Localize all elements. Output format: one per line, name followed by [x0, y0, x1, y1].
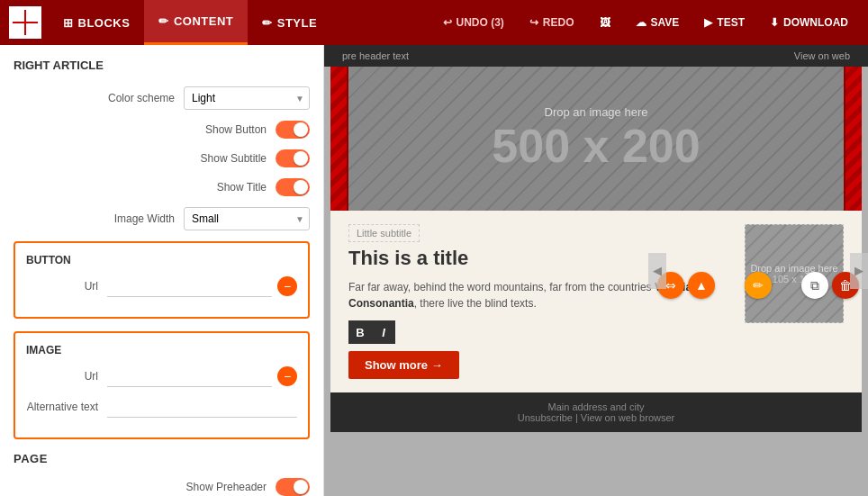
show-preheader-label: Show Preheader — [185, 481, 267, 493]
italic-button[interactable]: I — [372, 320, 395, 344]
page-section: PAGE Show Preheader — [14, 452, 310, 496]
nav-blocks-label: BLOCKS — [78, 16, 131, 30]
alt-text-label: Alternative text — [26, 401, 98, 413]
color-scheme-row: Color scheme Light Dark Custom ▼ — [14, 86, 310, 110]
hero-image-placeholder[interactable]: Drop an image here 500 x 200 — [348, 67, 844, 211]
image-url-remove[interactable]: − — [277, 366, 297, 386]
button-url-input[interactable] — [107, 275, 272, 297]
image-width-label: Image Width — [94, 212, 175, 225]
top-navigation: ⊞ BLOCKS ✏ CONTENT ✏ STYLE ↩ UNDO (3) ↪ … — [0, 0, 868, 45]
block-toolbar: ⇔ ▲ ✏ ⧉ 🗑 — [648, 272, 868, 299]
show-button-row: Show Button — [14, 121, 310, 139]
copy-button[interactable]: ⧉ — [801, 272, 828, 299]
blocks-icon: ⊞ — [63, 16, 74, 30]
button-url-row: Url − — [26, 275, 297, 297]
right-decoration — [845, 67, 862, 211]
article-section: Little subtitle This is a title Far far … — [330, 211, 862, 392]
image-section-title: IMAGE — [26, 344, 297, 356]
hero-image-size: 500 x 200 — [492, 119, 700, 173]
save-button[interactable]: ☁ SAVE — [625, 6, 691, 39]
nav-style-label: STYLE — [277, 16, 317, 30]
show-title-row: Show Title — [14, 178, 310, 196]
nav-action-buttons: ↩ UNDO (3) ↪ REDO 🖼 ☁ SAVE ▶ TEST ⬇ DOWN… — [432, 6, 859, 39]
edit-button[interactable]: ✏ — [745, 272, 772, 299]
show-preheader-toggle[interactable] — [276, 478, 310, 496]
preview-area: ⇔ ▲ ✏ ⧉ 🗑 pre header text View on web — [324, 45, 868, 496]
show-preheader-row: Show Preheader — [14, 478, 310, 496]
image-button[interactable]: 🖼 — [589, 6, 621, 39]
footer-links: Unsubscribe | View on web browser — [348, 412, 844, 423]
article-title: This is a title — [348, 247, 731, 270]
show-title-toggle[interactable] — [276, 178, 310, 196]
article-text-content: Little subtitle This is a title Far far … — [348, 224, 731, 379]
preheader-bar: pre header text View on web — [324, 45, 868, 67]
download-button[interactable]: ⬇ DOWNLOAD — [759, 6, 859, 39]
hero-drop-text: Drop an image here — [545, 105, 648, 119]
view-on-web-link[interactable]: View on web — [794, 50, 850, 61]
app-logo — [9, 6, 41, 39]
alt-text-input[interactable] — [107, 396, 297, 418]
article-body-text-1: Far far away, behind the word mountains,… — [348, 281, 655, 293]
preview-nav-left[interactable]: ◀ — [648, 253, 666, 289]
show-subtitle-label: Show Subtitle — [185, 152, 267, 165]
text-format-toolbar: B I — [348, 320, 731, 344]
show-subtitle-row: Show Subtitle — [14, 149, 310, 167]
content-icon: ✏ — [158, 14, 169, 28]
image-width-select[interactable]: Small Medium Large — [184, 207, 310, 230]
show-subtitle-toggle[interactable] — [276, 149, 310, 167]
alt-text-row: Alternative text — [26, 396, 297, 418]
show-button-toggle[interactable] — [276, 121, 310, 139]
preview-nav-right[interactable]: ▶ — [850, 253, 868, 289]
button-url-remove[interactable]: − — [277, 276, 297, 296]
show-button-label: Show Button — [185, 123, 267, 136]
button-subsection: BUTTON Url − — [14, 241, 310, 319]
email-wrapper: pre header text View on web Drop an imag… — [324, 45, 868, 496]
image-url-row: Url − — [26, 365, 297, 387]
download-icon: ⬇ — [770, 16, 779, 29]
image-url-input[interactable] — [107, 365, 272, 387]
email-preview-scroll[interactable]: pre header text View on web Drop an imag… — [324, 45, 868, 496]
email-footer: Main address and city Unsubscribe | View… — [330, 392, 862, 432]
button-section-title: BUTTON — [26, 254, 297, 266]
test-button[interactable]: ▶ TEST — [693, 6, 755, 39]
image-subsection: IMAGE Url − Alternative text — [14, 331, 310, 439]
nav-tab-blocks[interactable]: ⊞ BLOCKS — [49, 0, 144, 45]
main-layout: RIGHT ARTICLE Color scheme Light Dark Cu… — [0, 45, 868, 496]
image-width-row: Image Width Small Medium Large ▼ — [14, 207, 310, 230]
article-body-text-2: , there live the blind texts. — [414, 297, 537, 310]
button-url-label: Url — [26, 280, 98, 293]
article-subtitle: Little subtitle — [348, 224, 420, 242]
show-title-label: Show Title — [185, 181, 267, 194]
nav-tab-content[interactable]: ✏ CONTENT — [144, 0, 248, 45]
color-scheme-label: Color scheme — [94, 92, 175, 104]
footer-address: Main address and city — [348, 401, 844, 412]
nav-content-label: CONTENT — [174, 14, 233, 28]
image-icon: 🖼 — [600, 16, 610, 29]
undo-button[interactable]: ↩ UNDO (3) — [432, 6, 515, 39]
image-url-label: Url — [26, 370, 98, 383]
section-title: RIGHT ARTICLE — [14, 59, 310, 72]
color-scheme-select[interactable]: Light Dark Custom — [184, 86, 310, 110]
test-icon: ▶ — [704, 16, 712, 29]
show-more-button[interactable]: Show more → — [348, 351, 459, 379]
left-decoration — [330, 67, 347, 211]
hero-section: Drop an image here 500 x 200 — [330, 67, 862, 211]
email-content: Drop an image here 500 x 200 Little subt… — [330, 67, 862, 432]
redo-icon: ↪ — [529, 16, 538, 29]
redo-button[interactable]: ↪ REDO — [519, 6, 585, 39]
preheader-text: pre header text — [342, 50, 409, 61]
nav-tab-style[interactable]: ✏ STYLE — [248, 0, 331, 45]
left-panel: RIGHT ARTICLE Color scheme Light Dark Cu… — [0, 45, 324, 496]
bold-button[interactable]: B — [348, 320, 372, 344]
page-section-title: PAGE — [14, 452, 310, 465]
move-up-button[interactable]: ▲ — [688, 272, 715, 299]
save-icon: ☁ — [636, 16, 646, 29]
style-icon: ✏ — [262, 16, 273, 30]
undo-icon: ↩ — [443, 16, 452, 29]
